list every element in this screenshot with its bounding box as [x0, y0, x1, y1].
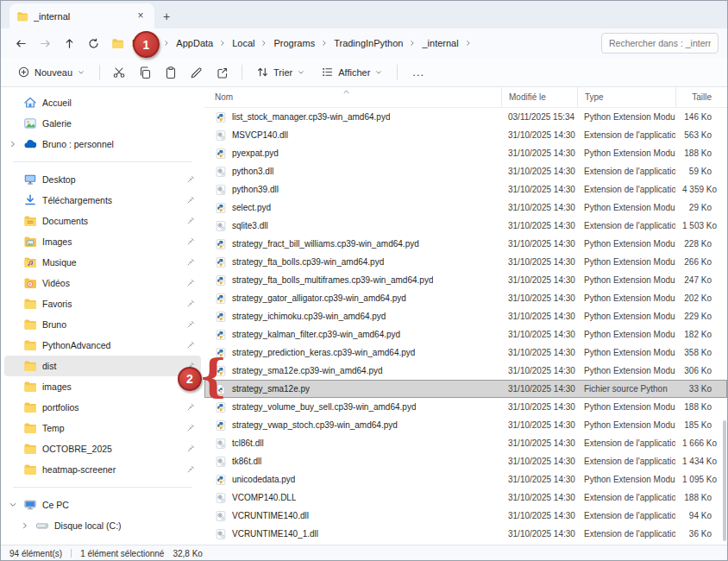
- breadcrumb-chevron-icon[interactable]: [320, 39, 329, 47]
- chevron-icon[interactable]: [8, 402, 18, 413]
- more-options-button[interactable]: ...: [405, 66, 431, 79]
- sidebar-item-t-l-chargements[interactable]: Téléchargements: [4, 190, 201, 211]
- file-row[interactable]: tk86t.dll 31/10/2025 14:30 Extension de …: [204, 452, 727, 470]
- rename-button[interactable]: [185, 61, 208, 84]
- sidebar-item-musique[interactable]: Musique: [4, 252, 201, 273]
- share-button[interactable]: [211, 61, 234, 84]
- chevron-icon[interactable]: [8, 361, 18, 371]
- file-row[interactable]: tcl86t.dll 31/10/2025 14:30 Extension de…: [204, 434, 727, 452]
- column-header-size[interactable]: Taille: [675, 87, 719, 107]
- scrollbar-thumb[interactable]: [723, 420, 726, 541]
- sidebar-item-ce-pc[interactable]: Ce PC: [4, 495, 201, 515]
- breadcrumb-chevron-icon[interactable]: [162, 39, 171, 47]
- view-button[interactable]: Afficher: [315, 62, 389, 82]
- paste-button[interactable]: [160, 61, 182, 84]
- file-row[interactable]: VCOMP140.DLL 31/10/2025 14:30 Extension …: [204, 489, 727, 507]
- breadcrumb-item[interactable]: _internal: [417, 35, 462, 51]
- sidebar-item-documents[interactable]: Documents: [4, 211, 201, 231]
- chevron-down-icon[interactable]: [8, 500, 18, 510]
- sidebar-item-bruno-personnel[interactable]: Bruno : personnel: [4, 134, 201, 154]
- file-type: Python Extension Module: [577, 330, 675, 339]
- chevron-icon[interactable]: [8, 195, 18, 205]
- file-row[interactable]: strategy_sma12e.py 31/10/2025 14:30 Fich…: [204, 380, 727, 398]
- file-row[interactable]: python3.dll 31/10/2025 14:30 Extension d…: [204, 162, 727, 180]
- file-row[interactable]: strategy_vwap_stoch.cp39-win_amd64.pyd 3…: [204, 416, 727, 434]
- chevron-icon[interactable]: [8, 174, 18, 185]
- breadcrumb-chevron-icon[interactable]: [408, 39, 417, 47]
- chevron-right-icon[interactable]: [8, 139, 18, 149]
- chevron-right-icon[interactable]: [20, 520, 30, 531]
- file-row[interactable]: strategy_fta_bolls_multiframes.cp39-win_…: [204, 271, 727, 289]
- chevron-icon[interactable]: [8, 118, 18, 129]
- file-row[interactable]: unicodedata.pyd 31/10/2025 14:30 Python …: [204, 470, 727, 489]
- chevron-icon[interactable]: [8, 299, 18, 309]
- file-row[interactable]: strategy_prediction_keras.cp39-win_amd64…: [204, 344, 727, 362]
- sidebar-item-desktop[interactable]: Desktop: [4, 169, 201, 190]
- column-header-type[interactable]: Type: [577, 87, 675, 107]
- chevron-icon[interactable]: [8, 257, 18, 268]
- sidebar-item-disque-local-c[interactable]: Disque local (C:): [4, 515, 201, 536]
- file-row[interactable]: select.pyd 31/10/2025 14:30 Python Exten…: [204, 199, 727, 217]
- back-button[interactable]: [9, 32, 32, 54]
- file-row[interactable]: strategy_ichimoku.cp39-win_amd64.pyd 31/…: [204, 307, 727, 325]
- chevron-icon[interactable]: [8, 340, 18, 350]
- sidebar-item-label: Vidéos: [42, 278, 180, 288]
- new-button[interactable]: Nouveau: [11, 62, 91, 82]
- file-row[interactable]: strategy_gator_alligator.cp39-win_amd64.…: [204, 289, 727, 307]
- file-size: 1 503 Ko: [675, 221, 719, 230]
- chevron-icon[interactable]: [8, 444, 18, 454]
- file-row[interactable]: MSVCP140.dll 31/10/2025 14:30 Extension …: [204, 126, 727, 144]
- sidebar-item-dist[interactable]: dist: [4, 356, 201, 376]
- sidebar-item-portfolios[interactable]: portfolios: [4, 397, 201, 418]
- column-header-name[interactable]: Nom: [204, 87, 501, 107]
- new-tab-button[interactable]: +: [163, 10, 170, 22]
- search-input[interactable]: [601, 33, 719, 54]
- chevron-icon[interactable]: [8, 381, 18, 392]
- scrollbar[interactable]: [720, 108, 727, 545]
- breadcrumb-item[interactable]: Local: [228, 35, 259, 51]
- file-row[interactable]: strategy_fract_bill_williams.cp39-win_am…: [204, 235, 727, 253]
- breadcrumb-item[interactable]: Programs: [269, 35, 319, 51]
- chevron-icon[interactable]: [8, 278, 18, 288]
- explorer-tab[interactable]: _internal ×: [9, 3, 154, 28]
- file-row[interactable]: python39.dll 31/10/2025 14:30 Extension …: [204, 180, 727, 199]
- chevron-icon[interactable]: [8, 464, 18, 475]
- sidebar-item-accueil[interactable]: Accueil: [4, 92, 201, 113]
- file-row[interactable]: strategy_sma12e.cp39-win_amd64.pyd 31/10…: [204, 362, 727, 380]
- breadcrumb-item[interactable]: TradingInPython: [329, 35, 407, 51]
- chevron-icon[interactable]: [8, 423, 18, 433]
- sidebar-item-bruno[interactable]: Bruno: [4, 314, 201, 335]
- chevron-icon[interactable]: [8, 216, 18, 226]
- chevron-icon[interactable]: [8, 319, 18, 330]
- sidebar-item-galerie[interactable]: Galerie: [4, 113, 201, 134]
- breadcrumb-chevron-icon[interactable]: [260, 39, 268, 47]
- file-row[interactable]: sqlite3.dll 31/10/2025 14:30 Extension d…: [204, 217, 727, 235]
- sidebar-item-pythonadvanced[interactable]: PythonAdvanced: [4, 335, 201, 356]
- sort-button[interactable]: Trier: [250, 62, 311, 82]
- sidebar-item-octobre-2025[interactable]: OCTOBRE_2025: [4, 438, 201, 459]
- sidebar-item-favoris[interactable]: Favoris: [4, 293, 201, 314]
- column-header-modified[interactable]: Modifié le: [501, 87, 577, 107]
- sidebar-item-heatmap-screener[interactable]: heatmap-screener: [4, 459, 201, 480]
- sidebar-item-temp[interactable]: Temp: [4, 418, 201, 438]
- chevron-icon[interactable]: [8, 236, 18, 247]
- copy-button[interactable]: [134, 61, 156, 84]
- sidebar-item-images[interactable]: images: [4, 376, 201, 397]
- sidebar-item-images[interactable]: Images: [4, 231, 201, 252]
- chevron-icon[interactable]: [8, 98, 18, 108]
- close-icon[interactable]: ×: [134, 9, 147, 23]
- sidebar-item-vid-os[interactable]: Vidéos: [4, 273, 201, 293]
- file-row[interactable]: strategy_fta_bolls.cp39-win_amd64.pyd 31…: [204, 253, 727, 271]
- cut-button[interactable]: [108, 61, 130, 84]
- up-button[interactable]: [58, 32, 80, 54]
- file-row[interactable]: pyexpat.pyd 31/10/2025 14:30 Python Exte…: [204, 144, 727, 162]
- file-row[interactable]: strategy_kalman_filter.cp39-win_amd64.py…: [204, 325, 727, 344]
- refresh-button[interactable]: [82, 32, 104, 54]
- breadcrumb-item[interactable]: AppData: [172, 35, 217, 51]
- file-row[interactable]: strategy_volume_buy_sell.cp39-win_amd64.…: [204, 398, 727, 416]
- file-row[interactable]: VCRUNTIME140_1.dll 31/10/2025 14:30 Exte…: [204, 525, 727, 543]
- file-row[interactable]: list_stock_manager.cp39-win_amd64.pyd 03…: [204, 108, 727, 126]
- breadcrumb-chevron-icon[interactable]: [464, 39, 473, 47]
- file-row[interactable]: VCRUNTIME140.dll 31/10/2025 14:30 Extens…: [204, 507, 727, 525]
- breadcrumb-chevron-icon[interactable]: [218, 39, 227, 47]
